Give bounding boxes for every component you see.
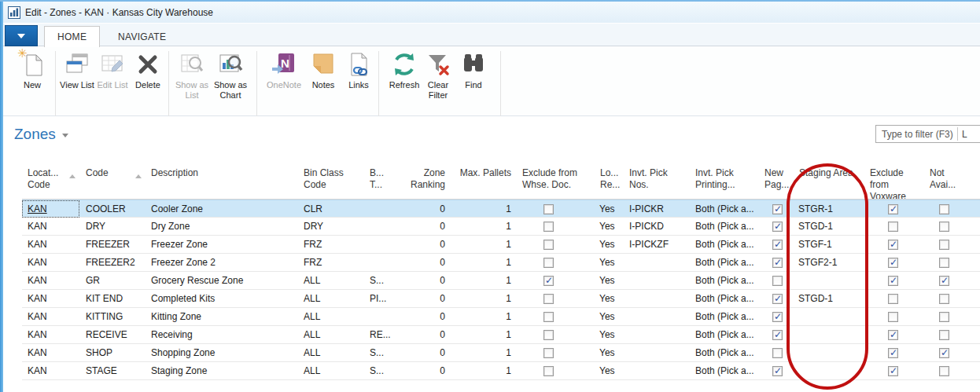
checkbox-not-avail[interactable]: ✓: [939, 240, 949, 250]
notes-button[interactable]: Notes: [308, 49, 339, 111]
cell-location-code[interactable]: KAN: [22, 344, 83, 361]
cell-zone-ranking[interactable]: 0: [403, 308, 448, 325]
cell-location-code[interactable]: KAN: [22, 200, 83, 217]
checkbox-exclude-voxware[interactable]: ✓: [888, 222, 898, 232]
filter-input[interactable]: Type to filter (F3): [876, 129, 957, 140]
cell-invt-pick-printing[interactable]: Both (Pick a...: [689, 362, 763, 379]
cell-zone-ranking[interactable]: 0: [403, 236, 448, 253]
cell-invt-pick-printing[interactable]: Both (Pick a...: [689, 326, 763, 343]
cell-description[interactable]: Shopping Zone: [149, 344, 302, 361]
cell-code[interactable]: GR: [83, 272, 149, 289]
checkbox-exclude-voxware[interactable]: ✓: [888, 312, 898, 322]
column-header-staging-area[interactable]: Staging Area: [791, 163, 867, 199]
checkbox-new-pag[interactable]: ✓: [772, 312, 783, 322]
cell-bin-type[interactable]: [368, 200, 403, 217]
checkbox-exclude-whse-doc[interactable]: ✓: [543, 330, 554, 340]
checkbox-exclude-voxware[interactable]: ✓: [888, 366, 898, 376]
cell-lo-re[interactable]: Yes: [582, 308, 623, 325]
cell-zone-ranking[interactable]: 0: [403, 344, 448, 361]
checkbox-exclude-voxware[interactable]: ✓: [888, 348, 898, 358]
checkbox-not-avail[interactable]: ✓: [939, 348, 949, 358]
column-header-description[interactable]: Description: [149, 163, 302, 199]
cell-location-code[interactable]: KAN: [22, 326, 83, 343]
cell-staging-area[interactable]: STGF2-1: [791, 254, 867, 271]
table-row[interactable]: KANDRYDry ZoneDRY01✓YesI-PICKDBoth (Pick…: [22, 218, 980, 236]
cell-zone-ranking[interactable]: 0: [403, 290, 448, 307]
checkbox-exclude-voxware[interactable]: ✓: [888, 204, 898, 214]
cell-zone-ranking[interactable]: 0: [403, 326, 448, 343]
refresh-button[interactable]: Refresh: [384, 49, 425, 111]
cell-description[interactable]: Freezer Zone 2: [149, 254, 302, 271]
cell-location-code[interactable]: KAN: [22, 308, 83, 325]
table-row[interactable]: KANRECEIVEReceivingALLRE...01✓YesBoth (P…: [22, 326, 980, 344]
cell-lo-re[interactable]: Yes: [582, 344, 623, 361]
tab-navigate[interactable]: NAVIGATE: [105, 26, 179, 47]
checkbox-new-pag[interactable]: ✓: [772, 294, 783, 304]
cell-description[interactable]: Dry Zone: [149, 218, 302, 235]
cell-bin-type[interactable]: [368, 254, 403, 271]
cell-bin-type[interactable]: PI...: [368, 290, 403, 307]
cell-bin-type[interactable]: [368, 308, 403, 325]
new-button[interactable]: ✳ New: [13, 49, 52, 111]
cell-code[interactable]: KIT END: [83, 290, 149, 307]
checkbox-not-avail[interactable]: ✓: [939, 294, 949, 304]
cell-zone-ranking[interactable]: 0: [403, 254, 448, 271]
cell-bin-type[interactable]: S...: [368, 272, 403, 289]
checkbox-new-pag[interactable]: ✓: [772, 348, 783, 358]
cell-invt-pick-printing[interactable]: Both (Pick a...: [689, 218, 763, 235]
cell-zone-ranking[interactable]: 0: [403, 272, 448, 289]
cell-staging-area[interactable]: [791, 308, 867, 325]
column-header-zone-ranking[interactable]: Zone Ranking: [403, 163, 448, 199]
column-header-location-code[interactable]: Locat... Code: [22, 163, 83, 199]
checkbox-exclude-voxware[interactable]: ✓: [888, 240, 898, 250]
checkbox-exclude-voxware[interactable]: ✓: [888, 276, 898, 286]
table-row[interactable]: KANFREEZERFreezer ZoneFRZ01✓YesI-PICKZFB…: [22, 236, 980, 254]
checkbox-new-pag[interactable]: ✓: [772, 258, 783, 268]
cell-invt-pick-nos[interactable]: [623, 344, 689, 361]
cell-invt-pick-nos[interactable]: [623, 308, 689, 325]
column-header-bin-class-code[interactable]: Bin Class Code: [302, 163, 368, 199]
checkbox-exclude-whse-doc[interactable]: ✓: [543, 276, 554, 286]
cell-invt-pick-printing[interactable]: Both (Pick a...: [689, 308, 763, 325]
view-list-button[interactable]: View List: [58, 49, 96, 111]
cell-lo-re[interactable]: Yes: [582, 236, 623, 253]
cell-staging-area[interactable]: [791, 326, 867, 343]
column-header-code[interactable]: Code: [83, 163, 149, 199]
cell-bin-class-code[interactable]: FRZ: [302, 236, 368, 253]
cell-max-pallets[interactable]: 1: [448, 254, 514, 271]
cell-invt-pick-printing[interactable]: Both (Pick a...: [689, 200, 763, 217]
checkbox-new-pag[interactable]: ✓: [772, 240, 783, 250]
cell-bin-class-code[interactable]: ALL: [302, 308, 368, 325]
cell-zone-ranking[interactable]: 0: [403, 218, 448, 235]
cell-bin-type[interactable]: [368, 236, 403, 253]
cell-invt-pick-printing[interactable]: Both (Pick a...: [689, 344, 763, 361]
cell-bin-class-code[interactable]: DRY: [302, 218, 368, 235]
checkbox-not-avail[interactable]: ✓: [939, 330, 949, 340]
find-button[interactable]: Find: [457, 49, 490, 111]
checkbox-not-avail[interactable]: ✓: [939, 366, 949, 376]
cell-lo-re[interactable]: Yes: [582, 290, 623, 307]
cell-description[interactable]: Freezer Zone: [149, 236, 302, 253]
column-header-invt-pick-nos[interactable]: Invt. Pick Nos.: [623, 163, 689, 199]
cell-bin-class-code[interactable]: ALL: [302, 344, 368, 361]
cell-code[interactable]: COOLER: [83, 200, 149, 217]
checkbox-not-avail[interactable]: ✓: [939, 222, 949, 232]
cell-code[interactable]: STAGE: [83, 362, 149, 379]
cell-bin-class-code[interactable]: ALL: [302, 272, 368, 289]
cell-bin-type[interactable]: [368, 218, 403, 235]
table-row[interactable]: KANKITTINGKitting ZoneALL01✓YesBoth (Pic…: [22, 308, 980, 326]
checkbox-new-pag[interactable]: ✓: [772, 222, 783, 232]
cell-description[interactable]: Completed Kits: [149, 290, 302, 307]
cell-invt-pick-nos[interactable]: [623, 272, 689, 289]
checkbox-exclude-whse-doc[interactable]: ✓: [543, 222, 554, 232]
cell-code[interactable]: KITTING: [83, 308, 149, 325]
cell-bin-type[interactable]: S...: [368, 362, 403, 379]
column-header-new-pag[interactable]: New Pag...: [763, 163, 791, 199]
checkbox-not-avail[interactable]: ✓: [939, 258, 949, 268]
clear-filter-button[interactable]: Clear Filter: [421, 49, 455, 111]
cell-max-pallets[interactable]: 1: [448, 290, 514, 307]
column-header-invt-pick-printing[interactable]: Invt. Pick Printing...: [689, 163, 763, 199]
cell-bin-class-code[interactable]: ALL: [302, 362, 368, 379]
cell-invt-pick-nos[interactable]: I-PICKR: [623, 200, 689, 217]
cell-code[interactable]: FREEZER: [83, 236, 149, 253]
